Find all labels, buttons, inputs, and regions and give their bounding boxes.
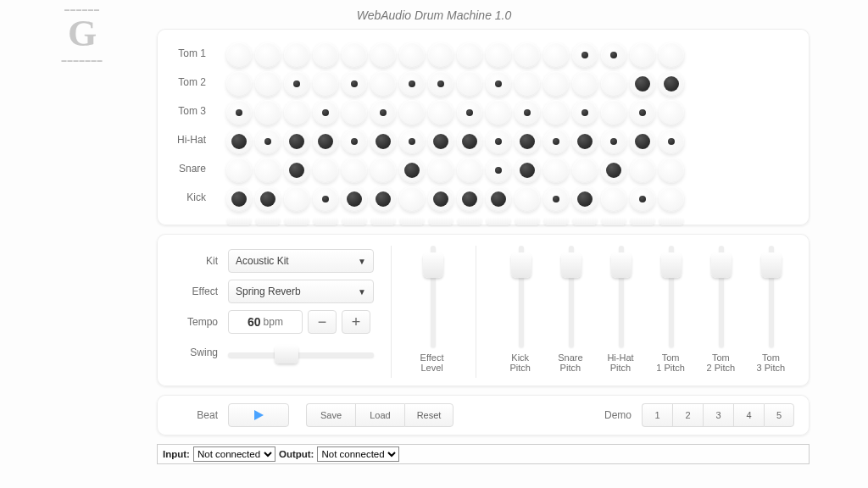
step-button[interactable] xyxy=(399,71,425,97)
step-button[interactable] xyxy=(428,158,453,183)
tempo-decrease-button[interactable]: − xyxy=(308,310,337,334)
step-button[interactable] xyxy=(659,129,684,154)
step-button[interactable] xyxy=(601,100,626,125)
step-button[interactable] xyxy=(370,42,396,68)
step-button[interactable] xyxy=(428,186,453,212)
step-button[interactable] xyxy=(630,129,655,154)
step-button[interactable] xyxy=(543,100,569,125)
step-button[interactable] xyxy=(313,186,338,212)
step-button[interactable] xyxy=(313,42,338,68)
step-button[interactable] xyxy=(659,42,684,68)
step-button[interactable] xyxy=(572,158,598,183)
step-button[interactable] xyxy=(457,158,482,183)
step-button[interactable] xyxy=(313,158,338,183)
step-button[interactable] xyxy=(342,186,367,212)
step-button[interactable] xyxy=(486,42,511,68)
step-button[interactable] xyxy=(515,100,540,125)
step-button[interactable] xyxy=(457,100,482,125)
step-button[interactable] xyxy=(255,129,281,154)
step-button[interactable] xyxy=(342,71,367,97)
step-button[interactable] xyxy=(226,100,252,125)
step-button[interactable] xyxy=(630,42,655,68)
demo-button-5[interactable]: 5 xyxy=(764,403,794,427)
step-button[interactable] xyxy=(630,186,655,212)
step-button[interactable] xyxy=(370,129,396,154)
step-button[interactable] xyxy=(284,129,309,154)
step-button[interactable] xyxy=(399,129,425,154)
input-select[interactable]: Not connected xyxy=(193,446,275,462)
step-button[interactable] xyxy=(370,100,396,125)
step-button[interactable] xyxy=(342,42,367,68)
step-button[interactable] xyxy=(572,42,598,68)
effect-dropdown[interactable]: Spring Reverb ▼ xyxy=(228,280,374,303)
step-button[interactable] xyxy=(284,158,309,183)
step-button[interactable] xyxy=(543,71,569,97)
step-button[interactable] xyxy=(457,129,482,154)
step-button[interactable] xyxy=(255,71,281,97)
step-button[interactable] xyxy=(630,100,655,125)
step-button[interactable] xyxy=(601,158,626,183)
output-select[interactable]: Not connected xyxy=(317,446,399,462)
step-button[interactable] xyxy=(313,100,338,125)
step-button[interactable] xyxy=(515,129,540,154)
step-button[interactable] xyxy=(601,129,626,154)
step-button[interactable] xyxy=(486,158,511,183)
step-button[interactable] xyxy=(255,158,281,183)
step-button[interactable] xyxy=(342,129,367,154)
step-button[interactable] xyxy=(457,71,482,97)
step-button[interactable] xyxy=(543,42,569,68)
step-button[interactable] xyxy=(226,158,252,183)
step-button[interactable] xyxy=(255,186,281,212)
step-button[interactable] xyxy=(572,71,598,97)
vertical-slider[interactable] xyxy=(559,246,582,347)
step-button[interactable] xyxy=(659,158,684,183)
step-button[interactable] xyxy=(370,71,396,97)
step-button[interactable] xyxy=(543,129,569,154)
step-button[interactable] xyxy=(226,42,252,68)
demo-button-2[interactable]: 2 xyxy=(672,403,703,427)
load-button[interactable]: Load xyxy=(355,403,404,427)
reset-button[interactable]: Reset xyxy=(404,403,453,427)
step-button[interactable] xyxy=(601,71,626,97)
step-button[interactable] xyxy=(342,100,367,125)
step-button[interactable] xyxy=(486,129,511,154)
step-button[interactable] xyxy=(486,186,511,212)
step-button[interactable] xyxy=(515,158,540,183)
step-button[interactable] xyxy=(399,42,425,68)
play-button[interactable] xyxy=(228,403,289,427)
step-button[interactable] xyxy=(399,158,425,183)
step-button[interactable] xyxy=(399,100,425,125)
step-button[interactable] xyxy=(659,100,684,125)
step-button[interactable] xyxy=(428,42,453,68)
step-button[interactable] xyxy=(515,71,540,97)
step-button[interactable] xyxy=(226,71,252,97)
vertical-slider[interactable] xyxy=(659,246,682,347)
demo-button-1[interactable]: 1 xyxy=(642,403,672,427)
demo-button-4[interactable]: 4 xyxy=(733,403,764,427)
step-button[interactable] xyxy=(486,100,511,125)
vertical-slider[interactable] xyxy=(509,246,532,347)
step-button[interactable] xyxy=(370,186,396,212)
step-button[interactable] xyxy=(399,186,425,212)
step-button[interactable] xyxy=(543,158,569,183)
step-button[interactable] xyxy=(342,158,367,183)
step-button[interactable] xyxy=(572,100,598,125)
step-button[interactable] xyxy=(428,100,453,125)
swing-slider[interactable] xyxy=(228,347,374,362)
step-button[interactable] xyxy=(428,71,453,97)
step-button[interactable] xyxy=(255,100,281,125)
step-button[interactable] xyxy=(515,42,540,68)
vertical-slider[interactable] xyxy=(759,246,782,347)
step-button[interactable] xyxy=(457,186,482,212)
step-button[interactable] xyxy=(457,42,482,68)
step-button[interactable] xyxy=(284,186,309,212)
step-button[interactable] xyxy=(284,100,309,125)
step-button[interactable] xyxy=(659,186,684,212)
step-button[interactable] xyxy=(226,186,252,212)
tempo-increase-button[interactable]: + xyxy=(342,310,370,334)
step-button[interactable] xyxy=(313,129,338,154)
step-button[interactable] xyxy=(659,71,684,97)
step-button[interactable] xyxy=(428,129,453,154)
step-button[interactable] xyxy=(630,71,655,97)
step-button[interactable] xyxy=(226,129,252,154)
